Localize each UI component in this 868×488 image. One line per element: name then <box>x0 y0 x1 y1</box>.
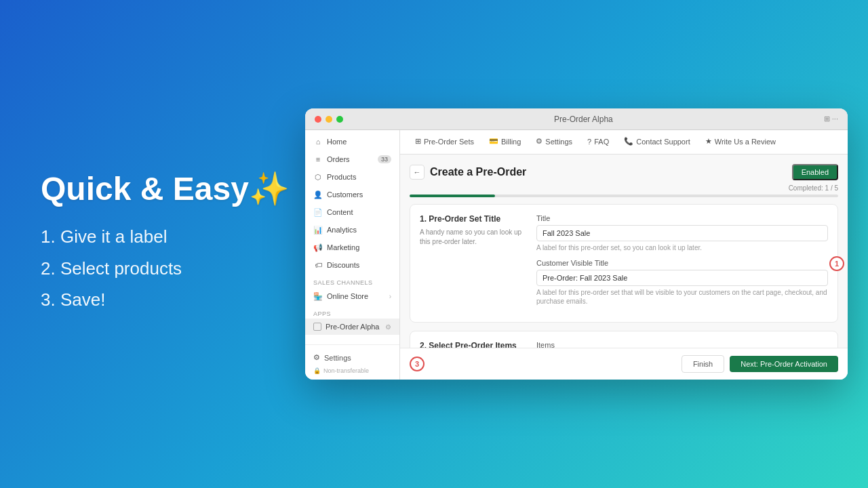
sidebar-item-marketing[interactable]: 📢 Marketing <box>305 239 399 256</box>
sidebar: ⌂ Home ≡ Orders 33 ⬡ Products 👤 Customer… <box>305 130 400 380</box>
sidebar-footer: ⚙ Settings 🔒 Non-transferable <box>305 344 399 380</box>
tab-settings[interactable]: ⚙ Settings <box>529 133 579 151</box>
field-group-customer-title: Customer Visible Title A label for this … <box>536 259 828 306</box>
maximize-button[interactable] <box>336 116 343 123</box>
apps-label: Apps <box>305 305 399 319</box>
footer-number: 3 <box>410 357 425 371</box>
page-header-left: ← Create a Pre-Order <box>410 165 526 180</box>
label-customer-title: Customer Visible Title <box>536 259 828 267</box>
sidebar-label-analytics: Analytics <box>327 226 357 234</box>
progress-bar-fill <box>410 195 495 197</box>
content-icon: 📄 <box>313 207 323 217</box>
page-title: Create a Pre-Order <box>430 166 526 178</box>
tab-contact-support[interactable]: 📞 Contact Support <box>617 133 697 151</box>
section-number-1: 1 <box>829 256 844 271</box>
field-group-items: Items Products with Tag Specific Product… <box>536 341 828 348</box>
discounts-icon: 🏷 <box>313 260 323 270</box>
sidebar-item-content[interactable]: 📄 Content <box>305 203 399 221</box>
label-items: Items <box>536 341 828 348</box>
sidebar-item-discounts[interactable]: 🏷 Discounts <box>305 256 399 274</box>
back-button[interactable]: ← <box>410 165 425 180</box>
form-sections: 1. Pre-Order Set Title A handy name so y… <box>410 204 838 348</box>
faq-icon: ? <box>587 138 591 146</box>
section-select-items: 2. Select Pre-Order Items Select product… <box>410 331 838 348</box>
page-header: ← Create a Pre-Order Enabled <box>410 164 838 180</box>
app-settings-icon: ⚙ <box>385 323 391 331</box>
sidebar-label-marketing: Marketing <box>327 243 359 251</box>
billing-icon: 💳 <box>489 137 498 146</box>
products-icon: ⬡ <box>313 172 323 182</box>
step-1: 1. Give it a label <box>41 221 290 253</box>
step-3: 3. Save! <box>41 285 290 317</box>
app-icon <box>313 323 321 331</box>
progress-bar-bg <box>410 195 838 197</box>
step-2: 2. Select products <box>41 253 290 285</box>
tab-settings-icon: ⚙ <box>536 137 542 146</box>
customers-icon: 👤 <box>313 190 323 199</box>
settings-label: Settings <box>324 354 351 362</box>
tab-label-billing: Billing <box>501 138 521 146</box>
sidebar-item-customers[interactable]: 👤 Customers <box>305 186 399 203</box>
tab-billing[interactable]: 💳 Billing <box>482 133 528 151</box>
close-button[interactable] <box>315 116 321 123</box>
finish-button[interactable]: Finish <box>682 355 724 373</box>
tab-label-contact: Contact Support <box>636 138 690 146</box>
sidebar-label-discounts: Discounts <box>327 261 359 269</box>
window-icon: ⊞ ··· <box>824 115 838 123</box>
marketing-icon: 📢 <box>313 243 323 252</box>
sidebar-label-content: Content <box>327 208 353 216</box>
sidebar-label-products: Products <box>327 173 356 181</box>
section-right-1: Title A label for this pre-order set, so… <box>536 214 828 312</box>
enabled-button[interactable]: Enabled <box>792 164 838 180</box>
sidebar-label-store: Online Store <box>327 292 368 300</box>
settings-item[interactable]: ⚙ Settings <box>313 350 391 365</box>
hero-steps: 1. Give it a label 2. Select products 3.… <box>41 221 290 316</box>
tab-label-faq: FAQ <box>594 138 609 146</box>
lock-icon: 🔒 <box>313 367 321 374</box>
left-panel: Quick & Easy✨ 1. Give it a label 2. Sele… <box>41 171 290 316</box>
store-arrow: › <box>389 293 391 300</box>
title-bar: Pre-Order Alpha ⊞ ··· <box>305 108 848 130</box>
sidebar-label-home: Home <box>327 138 347 146</box>
hint-customer-title: A label for this pre-order set that will… <box>536 288 828 306</box>
minimize-button[interactable] <box>326 116 332 123</box>
sidebar-item-orders[interactable]: ≡ Orders 33 <box>305 150 399 168</box>
section-right-2: Items Products with Tag Specific Product… <box>536 341 828 348</box>
input-customer-title[interactable] <box>536 270 828 286</box>
input-title[interactable] <box>536 225 828 241</box>
pre-order-sets-icon: ⊞ <box>415 137 421 146</box>
sidebar-label-app: Pre-Order Alpha <box>326 323 379 331</box>
window-controls <box>315 116 343 123</box>
progress-bar-wrap: Completed: 1 / 5 <box>410 184 838 197</box>
section-left-1: 1. Pre-Order Set Title A handy name so y… <box>420 214 528 312</box>
tab-faq[interactable]: ? FAQ <box>580 134 616 151</box>
tab-label-pre-order-sets: Pre-Order Sets <box>424 138 474 146</box>
sidebar-label-orders: Orders <box>327 155 350 163</box>
nav-tabs: ⊞ Pre-Order Sets 💳 Billing ⚙ Settings ? … <box>400 130 848 155</box>
contact-icon: 📞 <box>624 137 633 146</box>
content-area: ⊞ Pre-Order Sets 💳 Billing ⚙ Settings ? … <box>400 130 848 380</box>
hint-title: A label for this pre-order set, so you c… <box>536 243 828 252</box>
window-title: Pre-Order Alpha <box>554 115 613 124</box>
tab-write-review[interactable]: ★ Write Us a Review <box>698 133 783 151</box>
app-window: Pre-Order Alpha ⊞ ··· ⌂ Home ≡ Orders 33… <box>305 108 848 380</box>
sales-channels-label: Sales channels <box>305 274 399 287</box>
tab-pre-order-sets[interactable]: ⊞ Pre-Order Sets <box>408 133 481 151</box>
settings-icon: ⚙ <box>313 353 320 362</box>
sidebar-item-online-store[interactable]: 🏪 Online Store › <box>305 287 399 305</box>
star-icon: ★ <box>705 137 712 146</box>
sidebar-item-home[interactable]: ⌂ Home <box>305 133 399 150</box>
hero-title: Quick & Easy✨ <box>41 171 290 207</box>
tab-label-review: Write Us a Review <box>715 138 776 146</box>
section-left-2: 2. Select Pre-Order Items Select product… <box>420 341 528 348</box>
sidebar-item-analytics[interactable]: 📊 Analytics <box>305 221 399 239</box>
sidebar-item-pre-order-alpha[interactable]: Pre-Order Alpha ⚙ <box>305 319 399 335</box>
next-button[interactable]: Next: Pre-Order Activation <box>730 356 838 372</box>
store-icon: 🏪 <box>313 291 323 301</box>
sidebar-item-products[interactable]: ⬡ Products <box>305 168 399 186</box>
section-title-1: 1. Pre-Order Set Title <box>420 214 528 224</box>
orders-icon: ≡ <box>313 155 323 164</box>
tab-label-settings: Settings <box>545 138 572 146</box>
main-layout: ⌂ Home ≡ Orders 33 ⬡ Products 👤 Customer… <box>305 130 848 380</box>
orders-badge: 33 <box>378 155 391 163</box>
